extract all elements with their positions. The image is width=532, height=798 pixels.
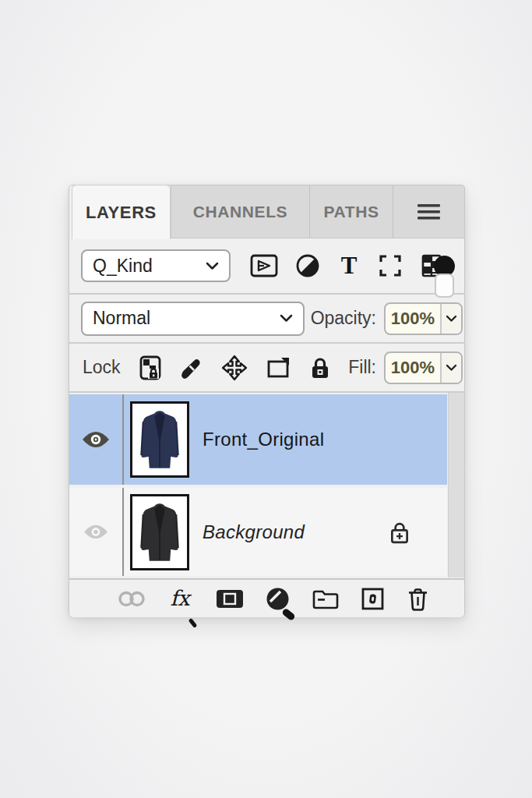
lock-label: Lock: [83, 357, 121, 378]
type-layers-filter-icon[interactable]: T: [337, 253, 361, 278]
lock-row: Lock: [69, 344, 464, 393]
lock-position-icon[interactable]: [221, 355, 248, 381]
svg-text:T: T: [341, 253, 358, 278]
lock-icons: [139, 355, 332, 381]
tab-group: CHANNELS PATHS: [171, 185, 465, 238]
opacity-chevron[interactable]: [440, 304, 461, 334]
fill-chevron[interactable]: [440, 353, 461, 383]
tab-paths[interactable]: PATHS: [309, 185, 393, 238]
tab-channels-label: CHANNELS: [193, 203, 287, 221]
layer-row-background[interactable]: Background: [69, 488, 447, 576]
opacity-label: Opacity:: [311, 308, 376, 329]
blend-row: Normal Opacity: 100%: [69, 295, 464, 344]
scrollbar-gutter[interactable]: [448, 393, 464, 577]
shape-layers-filter-icon[interactable]: [378, 253, 403, 278]
lock-pixels-brush-icon[interactable]: [179, 355, 204, 380]
opacity-value[interactable]: 100%: [386, 304, 440, 334]
kind-filter-value: Q_Kind: [93, 256, 153, 277]
filter-row: Q_Kind T: [69, 238, 464, 295]
layers-panel: LAYERS CHANNELS PATHS Q_Kin: [69, 185, 465, 617]
visibility-cell[interactable]: [69, 488, 124, 576]
tab-channels[interactable]: CHANNELS: [171, 185, 309, 238]
filter-icons: T: [250, 253, 443, 278]
lock-transparency-icon[interactable]: [139, 355, 162, 380]
svg-text:fx: fx: [170, 586, 192, 610]
layer-effects-icon[interactable]: fx: [167, 586, 194, 611]
lock-all-icon[interactable]: [308, 355, 332, 380]
fill-combo[interactable]: 100%: [384, 351, 463, 384]
delete-layer-icon[interactable]: [406, 586, 430, 612]
kind-filter-select[interactable]: Q_Kind: [81, 249, 231, 282]
tab-layers-label: LAYERS: [86, 203, 157, 223]
layer-name[interactable]: Front_Original: [203, 429, 324, 450]
fill-label: Fill:: [348, 357, 376, 378]
tab-paths-label: PATHS: [323, 203, 379, 221]
layer-filtering-toggle[interactable]: [434, 256, 457, 298]
stray-ink-mark: [188, 618, 198, 628]
eye-hidden-icon[interactable]: [83, 524, 109, 540]
layers-list: Front_Original: [69, 393, 464, 578]
new-layer-icon[interactable]: [361, 587, 385, 611]
layer-thumbnail-front-original[interactable]: [130, 401, 189, 478]
link-layers-icon[interactable]: [117, 590, 146, 608]
blend-mode-select[interactable]: Normal: [81, 302, 305, 336]
layer-thumbnail-background[interactable]: [130, 494, 189, 570]
new-group-icon[interactable]: [312, 588, 340, 610]
chevron-down-icon: [280, 314, 293, 323]
background-lock-icon[interactable]: [388, 519, 411, 545]
layers-bottom-toolbar: fx: [69, 578, 464, 617]
lock-artboard-icon[interactable]: [265, 355, 291, 380]
blend-mode-value: Normal: [93, 308, 150, 329]
pixel-layers-filter-icon[interactable]: [250, 254, 278, 277]
new-adjustment-layer-icon[interactable]: [265, 586, 291, 612]
chevron-down-icon: [206, 262, 219, 270]
adjustment-layers-filter-icon[interactable]: [295, 253, 320, 278]
panel-tab-bar: LAYERS CHANNELS PATHS: [69, 185, 464, 238]
filter-toggle-groove: [435, 274, 454, 298]
hamburger-menu-icon[interactable]: [417, 203, 441, 221]
tab-layers[interactable]: LAYERS: [72, 185, 171, 239]
add-layer-mask-icon[interactable]: [215, 588, 245, 609]
layer-row-front-original[interactable]: Front_Original: [69, 394, 447, 485]
panel-menu-area: [393, 185, 464, 238]
visibility-cell[interactable]: [69, 394, 124, 485]
fill-value[interactable]: 100%: [386, 353, 440, 383]
opacity-combo[interactable]: 100%: [384, 302, 463, 335]
layer-name[interactable]: Background: [203, 521, 305, 543]
eye-visible-icon[interactable]: [81, 430, 111, 449]
